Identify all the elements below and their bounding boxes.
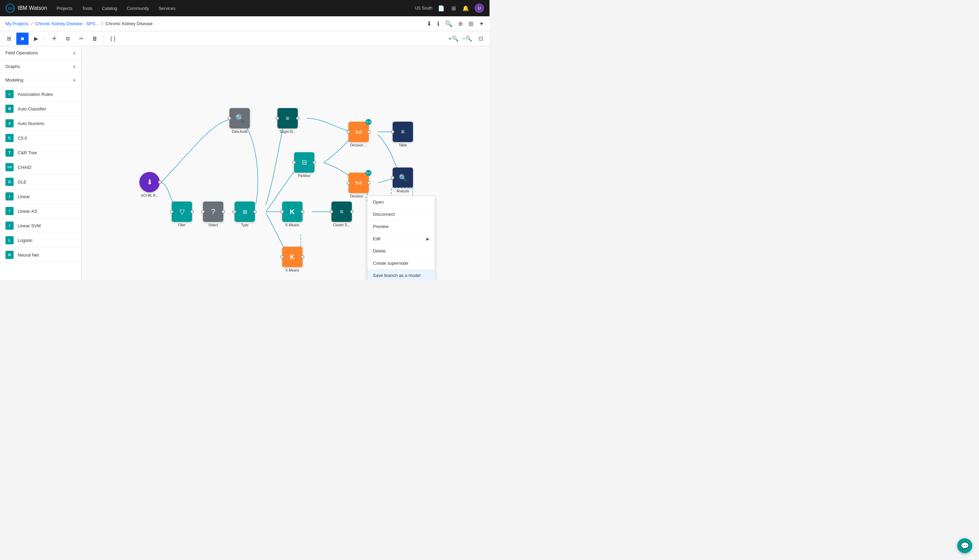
bell-icon[interactable]: 🔔 xyxy=(462,5,469,12)
tb-copy-btn[interactable]: ⧉ xyxy=(62,33,74,45)
cluster-d-port-left[interactable] xyxy=(330,210,333,213)
tb-cut-btn[interactable]: ✂ xyxy=(75,33,87,45)
select-port-left[interactable] xyxy=(201,210,205,213)
sidebar-item-neural-net[interactable]: N Neural Net xyxy=(0,248,81,262)
context-open[interactable]: Open xyxy=(367,196,435,208)
target-di-port-left[interactable] xyxy=(276,117,279,120)
nav-right: US South 📄 ⊞ 🔔 U xyxy=(415,3,484,13)
sidebar-item-gle[interactable]: G GLE xyxy=(0,175,81,189)
dashboard-icon[interactable]: ⊞ xyxy=(469,20,474,28)
logo[interactable]: ibm IBM Watson xyxy=(5,3,47,13)
cluster-d-port-right[interactable] xyxy=(350,210,354,213)
toolbar: ⊞ ■ ▶ ✛ ⧉ ✂ 🗑 { } +🔍 −🔍 ⊡ xyxy=(0,31,489,46)
kmeans2-port-right[interactable] xyxy=(301,255,304,258)
tb-delete-btn[interactable]: 🗑 xyxy=(89,33,101,45)
decision2-port-right[interactable] xyxy=(367,181,370,185)
select-icon: ? xyxy=(211,207,215,216)
node-select[interactable]: ? Select xyxy=(203,202,223,227)
nav-services[interactable]: Services xyxy=(157,6,177,11)
analysis-port-left[interactable] xyxy=(391,176,394,179)
filter-port-left[interactable] xyxy=(170,210,173,213)
kmeans1-port-left[interactable] xyxy=(280,210,284,213)
grid-icon[interactable]: ⊞ xyxy=(450,5,457,12)
node-target-di[interactable]: ≡ Target Di... xyxy=(277,108,298,133)
tb-palette-btn[interactable]: ⊞ xyxy=(3,33,15,45)
node-decision1[interactable]: 5.0 5.0 Decision ... xyxy=(349,122,369,147)
settings-icon[interactable]: ✦ xyxy=(479,20,484,28)
user-avatar[interactable]: U xyxy=(475,3,484,13)
node-filter[interactable]: ▽ Filter xyxy=(172,202,192,227)
decision1-port-right[interactable] xyxy=(367,130,370,133)
sidebar: Field Operations ∨ Graphs ∨ Modeling ∧ ≡… xyxy=(0,46,82,280)
context-preview[interactable]: Preview xyxy=(367,220,435,233)
table-port-left[interactable] xyxy=(391,130,394,133)
node-type[interactable]: ⊞ Type xyxy=(235,202,255,227)
tb-zoom-out-btn[interactable]: −🔍 xyxy=(461,33,473,45)
tb-stop-btn[interactable]: ■ xyxy=(16,33,28,45)
sidebar-field-ops-label: Field Operations xyxy=(5,50,38,55)
auto-numeric-label: Auto Numeric xyxy=(18,121,45,126)
node-table[interactable]: ≡ Table xyxy=(393,122,413,147)
sidebar-item-logistic[interactable]: L Logistic xyxy=(0,233,81,248)
context-disconnect[interactable]: Disconnect xyxy=(367,208,435,220)
kmeans2-label: K-Means xyxy=(285,268,299,272)
svg-text:ibm: ibm xyxy=(8,6,13,10)
node-kmeans2[interactable]: K K-Means xyxy=(282,247,302,272)
kmeans2-port-left[interactable] xyxy=(280,255,284,258)
partition-port-left[interactable] xyxy=(292,161,296,164)
context-save-branch[interactable]: Save branch as a model xyxy=(367,270,435,280)
sidebar-item-assoc-rules[interactable]: ≡ Association Rules xyxy=(0,87,81,102)
filter-port-right[interactable] xyxy=(190,210,194,213)
nav-tools[interactable]: Tools xyxy=(81,6,94,11)
sidebar-modeling-header[interactable]: Modeling ∧ xyxy=(0,73,81,87)
context-edit[interactable]: Edit ▶ xyxy=(367,233,435,245)
search-icon[interactable]: 🔍 xyxy=(445,20,452,28)
decision1-icon: 5.0 xyxy=(355,130,362,135)
target-di-port-right[interactable] xyxy=(296,117,300,120)
select-port-right[interactable] xyxy=(222,210,225,213)
nav-community[interactable]: Community xyxy=(125,6,150,11)
sidebar-item-cr-tree[interactable]: T C&R Tree xyxy=(0,145,81,160)
kmeans1-port-right[interactable] xyxy=(301,210,304,213)
node-partition[interactable]: ⊟ Partition xyxy=(294,152,314,178)
sidebar-item-auto-numeric[interactable]: # Auto Numeric xyxy=(0,116,81,131)
canvas-area[interactable]: ⬇ UCI ML R... ▽ Filter ? Select xyxy=(82,46,489,280)
decision1-port-left[interactable] xyxy=(347,130,350,133)
node-data-audit[interactable]: 🔍 Data Audit xyxy=(229,108,250,133)
nav-catalog[interactable]: Catalog xyxy=(101,6,118,11)
node-cluster-d[interactable]: ≡ Cluster D... xyxy=(332,202,352,227)
nav-projects[interactable]: Projects xyxy=(55,6,74,11)
logistic-label: Logistic xyxy=(18,238,33,243)
context-delete[interactable]: Delete xyxy=(367,245,435,257)
sidebar-item-linear-as[interactable]: / Linear-AS xyxy=(0,204,81,218)
uci-ml-port-right[interactable] xyxy=(158,180,162,184)
decision2-port-left[interactable] xyxy=(347,181,350,185)
sidebar-item-auto-classifier[interactable]: ⚙ Auto Classifier xyxy=(0,102,81,116)
tb-fit-btn[interactable]: ⊡ xyxy=(475,33,487,45)
node-decision2[interactable]: 5.0 5.0 Decision ... xyxy=(349,173,369,198)
context-create-supernode[interactable]: Create supernode xyxy=(367,257,435,270)
breadcrumb-project[interactable]: Chronic Kidney Disease - SPS... xyxy=(35,21,99,26)
type-port-left[interactable] xyxy=(233,210,236,213)
partition-port-right[interactable] xyxy=(313,161,316,164)
node-uci-ml[interactable]: ⬇ UCI ML R... xyxy=(139,172,160,197)
sidebar-item-linear-svm[interactable]: / Linear SVM xyxy=(0,218,81,233)
type-port-right[interactable] xyxy=(253,210,257,213)
node-kmeans1[interactable]: K K-Means xyxy=(282,202,302,227)
breadcrumb-my-projects[interactable]: My Projects xyxy=(5,21,28,26)
tb-zoom-in-btn[interactable]: +🔍 xyxy=(447,33,460,45)
doc-icon[interactable]: 📄 xyxy=(438,5,445,12)
download-icon[interactable]: ⬇ xyxy=(427,20,432,28)
sidebar-item-linear[interactable]: / Linear xyxy=(0,189,81,204)
share-icon[interactable]: ⊕ xyxy=(458,20,463,28)
sidebar-graphs-header[interactable]: Graphs ∨ xyxy=(0,60,81,73)
data-audit-port-left[interactable] xyxy=(228,117,231,120)
sidebar-item-c50[interactable]: C C5.0 xyxy=(0,131,81,145)
sidebar-field-ops-header[interactable]: Field Operations ∨ xyxy=(0,46,81,60)
tb-run-btn[interactable]: ▶ xyxy=(30,33,42,45)
tb-code-btn[interactable]: { } xyxy=(107,33,119,45)
sidebar-item-chaid[interactable]: CH CHAID xyxy=(0,160,81,175)
linear-icon: / xyxy=(5,192,13,200)
info-icon[interactable]: ℹ xyxy=(437,20,440,28)
tb-move-btn[interactable]: ✛ xyxy=(48,33,60,45)
